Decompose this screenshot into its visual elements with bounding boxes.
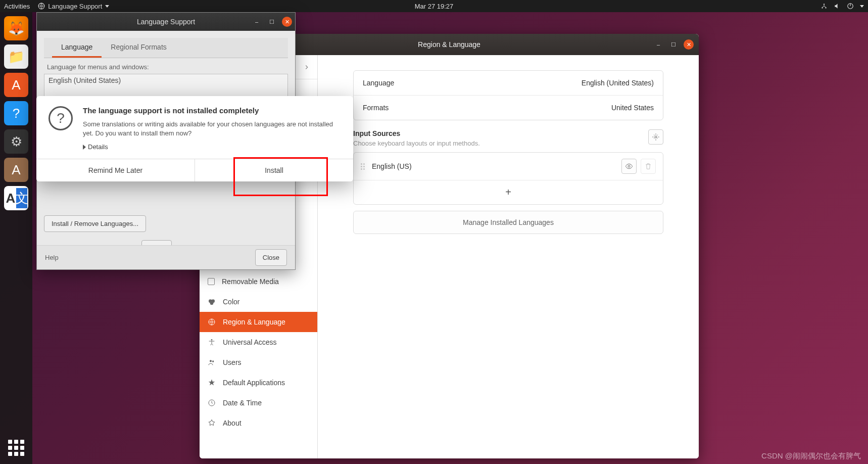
language-formats-card: Language English (United States) Formats… [353, 70, 663, 120]
help-button[interactable]: Help [45, 254, 59, 261]
eye-icon [625, 162, 633, 170]
sidebar-item-label: Removable Media [222, 277, 279, 286]
sidebar-item-label: Universal Access [223, 338, 277, 346]
lang-tabs: Language Regional Formats [44, 38, 288, 58]
svg-point-1 [822, 7, 823, 8]
input-source-row: English (US) [354, 153, 663, 180]
dock-software[interactable]: A [4, 73, 28, 97]
language-value: English (United States) [582, 79, 654, 87]
lang-title: Language Support [137, 18, 195, 26]
formats-value: United States [611, 104, 654, 112]
close-lang-button[interactable]: Close [255, 249, 287, 266]
show-applications[interactable] [6, 438, 26, 458]
top-panel: Activities Language Support Mar 27 19:27 [0, 0, 868, 12]
language-row[interactable]: Language English (United States) [354, 71, 663, 95]
volume-icon [834, 3, 841, 10]
details-label: Details [88, 143, 108, 151]
sidebar-item-users[interactable]: Users [200, 352, 317, 373]
input-sources-header: Input Sources Choose keyboard layouts or… [353, 129, 663, 147]
input-sources-title: Input Sources [353, 129, 480, 137]
install-remove-languages-button[interactable]: Install / Remove Languages... [44, 215, 146, 232]
network-icon [821, 3, 828, 10]
drag-handle[interactable] [361, 163, 365, 170]
sidebar-item-region[interactable]: Region & Language [200, 312, 317, 332]
color-icon [208, 298, 216, 306]
svg-point-13 [655, 136, 657, 138]
dialog-message: Some translations or writing aids availa… [83, 120, 341, 138]
power-icon [847, 3, 854, 10]
svg-point-14 [628, 165, 630, 167]
maximize-button[interactable]: ☐ [267, 17, 277, 27]
dock-settings[interactable]: ⚙ [4, 129, 28, 154]
view-layout-button[interactable] [621, 159, 637, 174]
sidebar-item-label: Users [223, 358, 242, 366]
dock-files[interactable]: 📁 [4, 44, 28, 69]
activities-button[interactable]: Activities [4, 3, 30, 10]
dock-firefox[interactable]: 🦊 [4, 16, 28, 40]
chevron-right-icon [303, 64, 310, 71]
globe-icon [38, 3, 45, 10]
close-button[interactable]: ✕ [684, 39, 694, 50]
dialog-heading: The language support is not installed co… [83, 106, 341, 115]
chevron-right-icon [83, 145, 86, 150]
install-button[interactable]: Install [195, 159, 353, 181]
app-menu[interactable]: Language Support [38, 3, 109, 10]
svg-point-2 [825, 7, 826, 8]
add-input-source-button[interactable]: + [354, 180, 663, 204]
chevron-down-icon [860, 5, 864, 8]
sidebar-item-about[interactable]: About [200, 413, 317, 433]
clock[interactable]: Mar 27 19:27 [415, 3, 454, 10]
minimize-button[interactable]: – [653, 39, 663, 50]
minimize-button[interactable]: – [252, 17, 262, 27]
svg-point-9 [211, 339, 213, 341]
tab-language[interactable]: Language [52, 38, 102, 58]
dock-updater[interactable]: A [4, 158, 28, 182]
manage-languages-button[interactable]: Manage Installed Languages [353, 211, 663, 234]
settings-content: Language English (United States) Formats… [318, 55, 699, 458]
checkbox-icon [208, 278, 215, 285]
remind-later-button[interactable]: Remind Me Later [36, 159, 195, 181]
sidebar-item-datetime[interactable]: Date & Time [200, 393, 317, 413]
dock-help[interactable]: ? [4, 101, 28, 125]
sidebar-item-label: Region & Language [223, 318, 285, 326]
input-settings-button[interactable] [648, 129, 663, 145]
details-expander[interactable]: Details [83, 143, 341, 151]
sidebar-item-color[interactable]: Color [200, 292, 317, 312]
sidebar-item-label: Color [223, 298, 239, 306]
svg-point-7 [210, 301, 214, 305]
users-icon [208, 358, 216, 366]
about-icon [208, 419, 216, 427]
formats-label: Formats [363, 104, 389, 112]
lang-caption: Language for menus and windows: [44, 58, 288, 74]
star-icon [208, 379, 216, 387]
input-sources-hint: Choose keyboard layouts or input methods… [353, 140, 480, 147]
dock: 🦊 📁 A ? ⚙ A A文 [0, 12, 32, 464]
gear-icon [652, 133, 660, 141]
system-tray[interactable] [821, 3, 864, 10]
input-sources-list: English (US) + [353, 152, 663, 205]
tab-regional-formats[interactable]: Regional Formats [102, 38, 176, 58]
install-prompt-dialog: ? The language support is not installed … [36, 96, 353, 181]
chevron-down-icon [105, 5, 109, 8]
formats-row[interactable]: Formats United States [354, 95, 663, 120]
sidebar-item-default-apps[interactable]: Default Applications [200, 373, 317, 393]
app-menu-label: Language Support [48, 3, 102, 10]
watermark: CSDN @闹闹偶尔也会有脾气 [761, 451, 861, 461]
remove-source-button[interactable] [641, 159, 656, 174]
clock-icon [208, 399, 216, 407]
list-item[interactable]: English (United States) [49, 76, 283, 84]
sidebar-item-label: Default Applications [223, 379, 285, 387]
sidebar-item-access[interactable]: Universal Access [200, 332, 317, 352]
maximize-button[interactable]: ☐ [668, 39, 679, 50]
close-button[interactable]: ✕ [282, 17, 292, 27]
sidebar-item-label: Date & Time [223, 399, 262, 407]
lang-footer: Help Close [37, 245, 295, 269]
dock-language[interactable]: A文 [4, 186, 28, 210]
sidebar-item-removable[interactable]: Removable Media [200, 271, 317, 292]
language-label: Language [363, 79, 394, 87]
trash-icon [644, 162, 652, 170]
input-source-label: English (US) [372, 162, 412, 170]
svg-point-11 [212, 360, 214, 362]
accessibility-icon [208, 338, 216, 346]
svg-point-3 [824, 4, 825, 5]
